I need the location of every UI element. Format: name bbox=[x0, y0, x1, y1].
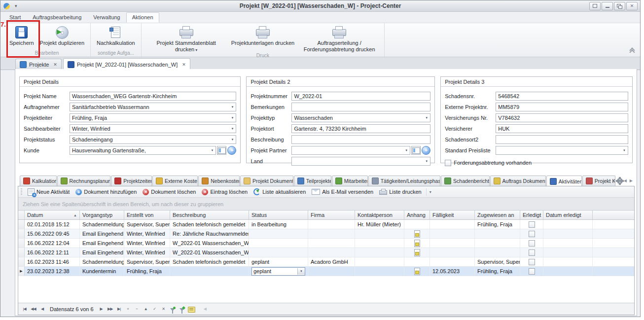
tab-teilprojekte[interactable]: Teilprojekte bbox=[294, 176, 331, 186]
open-contact-button[interactable] bbox=[217, 146, 226, 155]
combo-arrow-icon[interactable]: ▼ bbox=[229, 127, 234, 130]
table-row[interactable]: 02.01.2018 15:12SchadenmeldungSupervisor… bbox=[18, 220, 634, 229]
column-header-firma[interactable]: Firma bbox=[308, 211, 355, 219]
sachbearbeiter-combo[interactable]: Winter, Winfried▼ bbox=[70, 124, 236, 133]
toolbar-button-eintrag-löschen[interactable]: Eintrag löschen bbox=[199, 188, 250, 196]
add-new-button[interactable] bbox=[227, 146, 236, 155]
ribbon-button-auftragserteilung-forderungsabtretung-drucken[interactable]: Auftragserteilung / Forderungsabtretung … bbox=[298, 24, 381, 52]
erledigt-checkbox[interactable] bbox=[529, 231, 535, 237]
close-button[interactable] bbox=[626, 2, 638, 10]
attachment-icon[interactable] bbox=[414, 240, 420, 247]
auftragnehmer-combo[interactable]: Sanitärfachbetrieb Wassermann▼ bbox=[70, 103, 236, 111]
gear-icon[interactable] bbox=[617, 178, 623, 184]
tab-externe-kosten[interactable]: Externe Kosten bbox=[152, 176, 198, 186]
schadensnr-input[interactable]: 5468542 bbox=[496, 92, 628, 101]
projektstatus-combo[interactable]: Schadeneingang▼ bbox=[70, 135, 236, 144]
tab-mitarbeiter[interactable]: Mitarbeiter bbox=[332, 176, 368, 186]
projektort-input[interactable]: Gartenstr. 4, 73230 Kirchheim bbox=[291, 124, 430, 133]
versicherungs-nr-input[interactable]: V784632 bbox=[496, 113, 628, 122]
table-row[interactable]: ▶23.02.2023 12:38KundenterminFrühling, F… bbox=[18, 267, 634, 276]
column-header-faelligkeit[interactable]: Fälligkeit bbox=[430, 211, 475, 219]
attachment-icon[interactable] bbox=[414, 249, 420, 256]
scroll-right-icon[interactable]: ▶ bbox=[630, 178, 633, 183]
toolbar-button-liste-drucken[interactable]: Liste drucken bbox=[377, 188, 424, 196]
nav-last-button[interactable]: ▶| bbox=[115, 305, 123, 313]
combo-arrow-icon[interactable]: ▼ bbox=[229, 106, 234, 108]
hscroll-left-icon[interactable]: ◀ bbox=[204, 307, 207, 311]
schadensort2-input[interactable] bbox=[496, 135, 628, 144]
nav-edit-filter-button[interactable] bbox=[187, 305, 196, 313]
restore-button[interactable] bbox=[614, 2, 625, 10]
ribbon-button-projekt-duplizieren[interactable]: Projekt duplizieren bbox=[37, 24, 87, 50]
column-header-beschreibung[interactable]: Beschreibung bbox=[170, 211, 249, 219]
combo-arrow-icon[interactable]: ▼ bbox=[423, 160, 428, 163]
nav-custom-filter-button[interactable] bbox=[178, 305, 186, 313]
tab-projekt-k[interactable]: Projekt K bbox=[582, 176, 615, 186]
bemerkungen-input[interactable] bbox=[291, 103, 430, 111]
tab-kalkulation[interactable]: Kalkulation bbox=[20, 176, 57, 186]
projektleiter-combo[interactable]: Frühling, Fraja▼ bbox=[70, 113, 236, 122]
nav-prev-page-button[interactable]: ◀◀ bbox=[29, 305, 37, 313]
tab-schadenberichte[interactable]: Schadenberichte bbox=[441, 176, 489, 186]
column-header-datum[interactable]: Datum▲ bbox=[25, 211, 80, 219]
combo-arrow-icon[interactable]: ▼ bbox=[229, 138, 234, 141]
attachment-icon[interactable] bbox=[414, 268, 420, 275]
attachment-icon[interactable] bbox=[414, 230, 420, 238]
combo-arrow-icon[interactable]: ▼ bbox=[423, 116, 428, 119]
tab-aktivitäten[interactable]: Aktivitäten bbox=[546, 176, 582, 186]
combo-arrow-icon[interactable]: ▼ bbox=[209, 149, 214, 152]
close-tab-icon[interactable]: ✕ bbox=[53, 62, 57, 67]
window-style-button[interactable] bbox=[589, 2, 601, 10]
combo-arrow-icon[interactable]: ▼ bbox=[621, 149, 626, 152]
externe-projektnr-input[interactable]: MM5879 bbox=[496, 103, 628, 111]
forderungsabtretung-vorhanden-checkbox[interactable] bbox=[445, 160, 451, 166]
erledigt-checkbox[interactable] bbox=[529, 268, 535, 275]
open-contact-button[interactable] bbox=[411, 146, 421, 155]
tab-projektzeiten[interactable]: Projektzeiten bbox=[111, 176, 152, 186]
toolbar-overflow-icon[interactable]: ▾ bbox=[426, 188, 434, 196]
document-tab-projekt-w-2022-01-wasserschaden-w[interactable]: Projekt [W_2022-01] [Wasserschaden_W]✕ bbox=[63, 58, 190, 70]
table-row[interactable]: 15.06.2022 09:45Email EingehendWinter, W… bbox=[18, 229, 634, 239]
app-icon[interactable] bbox=[3, 3, 10, 9]
land-combo[interactable]: ▼ bbox=[291, 157, 430, 166]
collapse-ribbon-icon[interactable] bbox=[629, 48, 635, 54]
ribbon-button-nachkalkulation[interactable]: Nachkalkulation bbox=[94, 24, 138, 50]
nav-post-button[interactable]: ✓ bbox=[150, 305, 159, 313]
table-row[interactable]: 16.06.2022 12:11Email EingehendWinter, W… bbox=[18, 248, 634, 257]
erledigt-checkbox[interactable] bbox=[529, 221, 535, 228]
versicherer-input[interactable]: HUK bbox=[496, 124, 628, 133]
ribbon-tab-verwaltung[interactable]: Verwaltung bbox=[87, 12, 126, 23]
erledigt-checkbox[interactable] bbox=[529, 259, 535, 265]
nav-first-button[interactable]: |◀ bbox=[20, 305, 29, 313]
ribbon-button-projektunterlagen-drucken[interactable]: Projektunterlagen drucken bbox=[229, 24, 297, 52]
kunde-combo[interactable]: Hausverwaltung Gartenstraße,▼ bbox=[70, 146, 216, 155]
status-editor[interactable]: geplant▼ bbox=[251, 267, 305, 276]
quick-access-caret-icon[interactable]: ▾ bbox=[15, 3, 17, 8]
toolbar-button-als-e-mail-versenden[interactable]: Als E-Mail versenden bbox=[309, 188, 376, 196]
projekttyp-combo[interactable]: Wasserschaden▼ bbox=[291, 113, 430, 122]
document-tab-projekte[interactable]: Projekte✕ bbox=[15, 59, 62, 70]
nav-edit-button[interactable]: ▲ bbox=[142, 305, 150, 313]
minimize-button[interactable] bbox=[602, 2, 613, 10]
projekt-name-input[interactable]: Wasserschaden_WEG Gartenstr-Kirchheim bbox=[70, 92, 236, 101]
ribbon-button-projekt-stammdatenblatt-drucken[interactable]: Projekt Stammdatenblatt drucken ▾ bbox=[145, 24, 228, 52]
nav-append-button[interactable]: + bbox=[124, 305, 132, 313]
erledigt-checkbox[interactable] bbox=[529, 249, 535, 256]
group-by-panel[interactable]: Ziehen Sie eine Spaltenüberschrift in di… bbox=[18, 198, 634, 211]
tab-nebenkosten[interactable]: Nebenkosten bbox=[198, 176, 240, 186]
scroll-left-icon[interactable]: ◀ bbox=[624, 178, 627, 183]
erledigt-checkbox[interactable] bbox=[529, 240, 535, 247]
nav-next-page-button[interactable]: ▶▶ bbox=[106, 305, 114, 313]
column-header-erstellt_von[interactable]: Erstellt von bbox=[124, 211, 170, 219]
close-tab-icon[interactable]: ✕ bbox=[182, 62, 186, 67]
column-header-erledigt[interactable]: Erledigt bbox=[520, 211, 543, 219]
combo-arrow-icon[interactable]: ▼ bbox=[297, 268, 305, 275]
toolbar-grip[interactable] bbox=[21, 188, 22, 195]
add-new-button[interactable] bbox=[422, 146, 430, 155]
tab-auftrags-dokumente[interactable]: Auftrags Dokumente bbox=[490, 176, 546, 186]
nav-prev-button[interactable]: ◀ bbox=[38, 305, 46, 313]
column-header-zugewiesen_an[interactable]: Zugewiesen an bbox=[475, 211, 520, 219]
tab-rechnungsplanung[interactable]: Rechnungsplanung bbox=[57, 176, 111, 186]
nav-filter-row-button[interactable] bbox=[168, 305, 177, 313]
column-header-kontaktperson[interactable]: Kontaktperson bbox=[355, 211, 404, 219]
